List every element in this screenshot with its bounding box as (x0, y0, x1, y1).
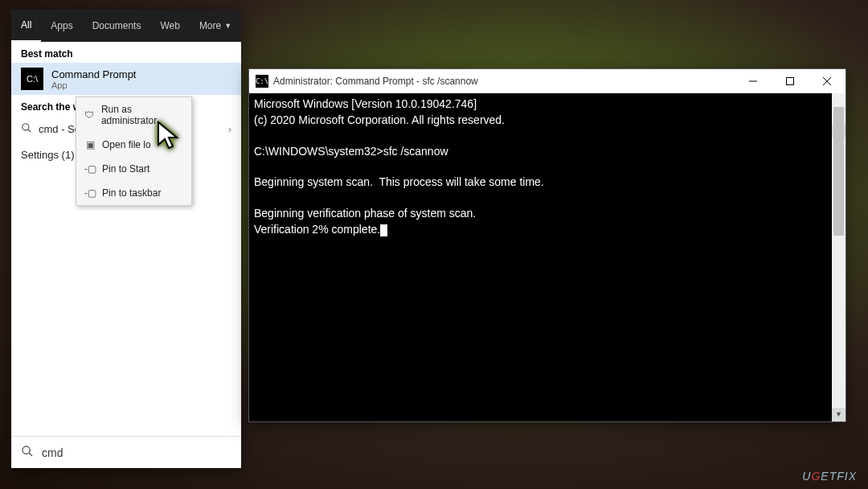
terminal-line: C:\WINDOWS\system32>sfc /scannow (254, 145, 448, 158)
tab-apps[interactable]: Apps (41, 10, 82, 42)
tab-documents[interactable]: Documents (83, 10, 151, 42)
ctx-pin-taskbar-label: Pin to taskbar (102, 187, 161, 199)
close-button[interactable] (809, 69, 845, 93)
ctx-open-file-location[interactable]: ▣ Open file lo (76, 133, 191, 157)
command-prompt-icon: C:\ (256, 75, 268, 88)
search-icon (21, 445, 34, 460)
terminal-line: Beginning verification phase of system s… (254, 207, 476, 220)
terminal-cursor (380, 224, 387, 236)
scroll-track[interactable] (832, 107, 845, 408)
terminal-output[interactable]: Microsoft Windows [Version 10.0.19042.74… (249, 93, 845, 421)
search-box[interactable]: cmd (11, 436, 241, 468)
pin-start-icon: -▢ (84, 163, 96, 175)
best-match-label: Best match (11, 42, 241, 63)
command-prompt-icon: C:\ (21, 68, 43, 90)
shield-icon: 🛡 (84, 109, 95, 121)
search-input-value[interactable]: cmd (42, 446, 63, 459)
folder-icon: ▣ (84, 139, 96, 150)
search-icon (21, 122, 32, 136)
svg-rect-5 (787, 78, 794, 85)
terminal-line: Beginning system scan. This process will… (254, 175, 544, 188)
terminal-line: Microsoft Windows [Version 10.0.19042.74… (254, 97, 477, 110)
maximize-button[interactable] (772, 69, 809, 93)
watermark: UGETFIX (802, 470, 857, 483)
result-command-prompt[interactable]: C:\ Command Prompt App (11, 63, 241, 95)
tab-more-label: More (199, 20, 221, 31)
close-icon (823, 77, 831, 85)
scroll-down-button[interactable]: ▼ (832, 408, 845, 421)
minimize-icon (749, 77, 757, 85)
start-search-panel: All Apps Documents Web More ▼ Best match… (11, 10, 241, 468)
context-menu: 🛡 Run as administrator ▣ Open file lo -▢… (76, 97, 192, 206)
chevron-right-icon: › (228, 123, 231, 135)
svg-line-3 (29, 453, 32, 456)
window-title: Administrator: Command Prompt - sfc /sca… (273, 76, 735, 87)
search-tabs: All Apps Documents Web More ▼ (11, 10, 241, 42)
chevron-down-icon: ▼ (224, 22, 231, 30)
ctx-pin-to-start[interactable]: -▢ Pin to Start (76, 157, 191, 181)
scroll-thumb[interactable] (833, 107, 844, 236)
result-title: Command Prompt (51, 68, 136, 80)
result-subtitle: App (51, 80, 136, 90)
ctx-pin-start-label: Pin to Start (102, 163, 149, 175)
ctx-pin-to-taskbar[interactable]: -▢ Pin to taskbar (76, 181, 191, 205)
terminal-line: (c) 2020 Microsoft Corporation. All righ… (254, 113, 505, 126)
ctx-open-location-label: Open file lo (102, 139, 151, 150)
svg-line-1 (28, 129, 31, 133)
titlebar[interactable]: C:\ Administrator: Command Prompt - sfc … (249, 69, 845, 93)
tab-all[interactable]: All (11, 10, 41, 42)
tab-web[interactable]: Web (150, 10, 189, 42)
svg-point-2 (23, 446, 30, 454)
ctx-run-as-administrator[interactable]: 🛡 Run as administrator (76, 97, 191, 133)
web-query: cmd (39, 123, 59, 135)
terminal-line: Verification 2% complete. (254, 223, 380, 236)
maximize-icon (786, 77, 794, 85)
ctx-run-admin-label: Run as administrator (101, 104, 183, 126)
pin-taskbar-icon: -▢ (84, 187, 96, 199)
vertical-scrollbar[interactable]: ▲ ▼ (832, 93, 845, 421)
svg-point-0 (23, 124, 29, 130)
command-prompt-window: C:\ Administrator: Command Prompt - sfc … (248, 68, 846, 422)
minimize-button[interactable] (735, 69, 772, 93)
tab-more[interactable]: More ▼ (190, 10, 241, 42)
